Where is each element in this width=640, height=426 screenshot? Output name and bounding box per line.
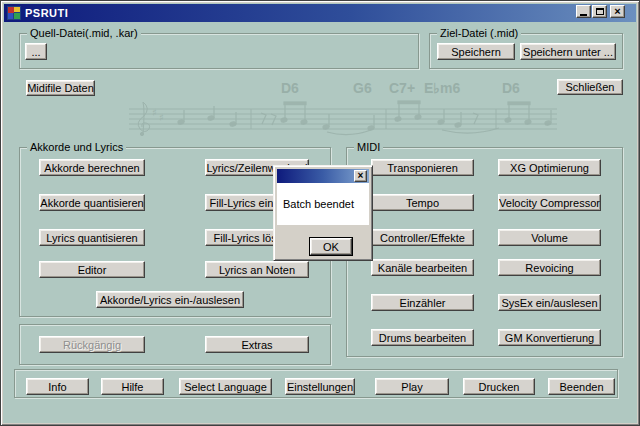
target-file-group-label: Ziel-Datei (.mid) [437,27,521,39]
quantize-lyrics-button[interactable]: Lyrics quantisieren [39,229,145,246]
app-icon [7,6,21,20]
minimize-button[interactable] [576,5,591,18]
window-title: PSRUTI [25,7,68,19]
maximize-icon [596,8,604,15]
midifile-data-button[interactable]: Midifile Daten [26,80,95,96]
help-button[interactable]: Hilfe [101,378,164,395]
staff-notation: ♯ ♯ [121,58,566,143]
xg-optimize-button[interactable]: XG Optimierung [498,159,601,176]
music-staff-watermark: D6 G6 C7+ E♭m6 D6 ♯ ♯ [121,58,566,143]
quit-button[interactable]: Beenden [548,378,615,395]
psruti-window: PSRUTI × Quell-Datei(.mid, .kar) ... Zie… [0,0,640,426]
save-button[interactable]: Speichern [437,43,515,60]
svg-text:♯: ♯ [159,112,164,123]
controller-effects-button[interactable]: Controller/Effekte [371,229,474,246]
velocity-compressor-button[interactable]: Velocity Compressor [498,194,601,211]
source-file-group: Quell-Datei(.mid, .kar) [19,33,419,69]
browse-source-button[interactable]: ... [25,43,47,60]
dialog-content: Batch beendet [277,183,369,225]
batch-finished-dialog: × Batch beendet OK [273,165,373,261]
maximize-button[interactable] [592,5,607,18]
print-button[interactable]: Drucken [463,378,535,395]
chords-lyrics-io-button[interactable]: Akkorde/Lyrics ein-/auslesen [96,291,244,308]
save-as-button[interactable]: Speichern unter ... [520,43,616,60]
close-window-button[interactable]: × [610,5,625,18]
close-icon: × [614,6,620,17]
editor-button[interactable]: Editor [39,261,145,278]
dialog-title-bar[interactable]: × [277,169,369,183]
source-file-group-label: Quell-Datei(.mid, .kar) [27,27,141,39]
play-button[interactable]: Play [375,378,449,395]
transpose-button[interactable]: Transponieren [371,159,474,176]
chord-label: G6 [353,80,372,96]
ok-button[interactable]: OK [310,238,352,255]
undo-button: Rückgängig [39,336,145,353]
settings-button[interactable]: Einstellungen [285,378,355,395]
volume-button[interactable]: Volume [498,229,601,246]
title-bar[interactable]: PSRUTI [4,4,636,22]
chord-label: E♭m6 [424,80,460,96]
close-file-button[interactable]: Schließen [557,79,623,95]
revoicing-button[interactable]: Revoicing [498,259,601,276]
close-icon: × [358,171,364,181]
lyrics-to-notes-button[interactable]: Lyrics an Noten [205,261,309,278]
extras-button[interactable]: Extras [205,336,309,353]
edit-drums-button[interactable]: Drums bearbeiten [371,329,474,346]
svg-text:♯: ♯ [152,107,157,118]
gm-conversion-button[interactable]: GM Konvertierung [498,329,601,346]
count-in-button[interactable]: Einzähler [371,294,474,311]
sysex-io-button[interactable]: SysEx ein/auslesen [498,294,601,311]
chord-label: D6 [502,80,520,96]
compute-chords-button[interactable]: Akkorde berechnen [39,159,145,176]
midi-group: MIDI [346,147,623,357]
chords-lyrics-group-label: Akkorde und Lyrics [27,141,126,153]
select-language-button[interactable]: Select Language [179,378,272,395]
dialog-footer: OK [277,225,369,257]
dialog-close-button[interactable]: × [354,170,367,182]
minimize-icon [580,14,587,16]
edit-channels-button[interactable]: Kanäle bearbeiten [371,259,474,276]
quantize-chords-button[interactable]: Akkorde quantisieren [39,194,145,211]
midi-group-label: MIDI [354,141,383,153]
tempo-button[interactable]: Tempo [371,194,474,211]
dialog-message: Batch beendet [283,198,354,210]
info-button[interactable]: Info [26,378,89,395]
chord-label: C7+ [389,80,415,96]
chord-label: D6 [281,80,299,96]
